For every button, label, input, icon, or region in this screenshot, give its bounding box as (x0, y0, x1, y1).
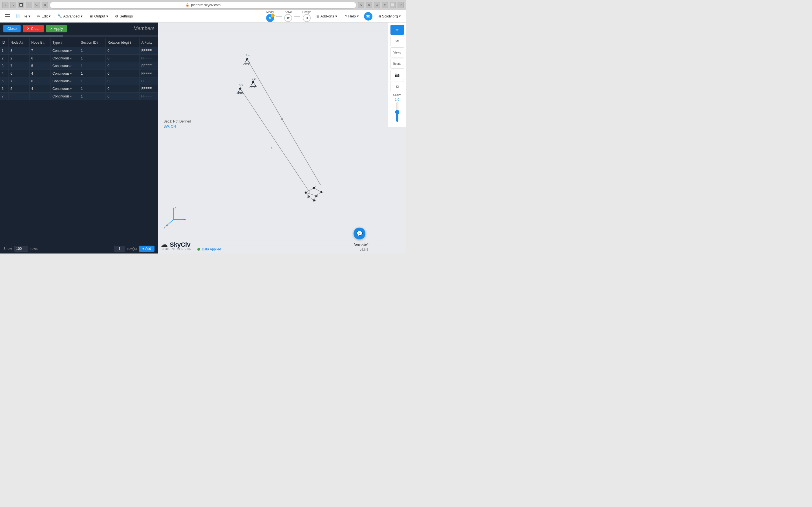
cell-rotation[interactable] (106, 77, 140, 85)
settings-icon[interactable]: ⚙ (366, 2, 372, 8)
tab-solve[interactable]: Solve ⟳ (282, 10, 294, 22)
output-menu[interactable]: 🖥 Output ▾ (86, 12, 112, 20)
scale-slider[interactable] (395, 102, 400, 122)
rows-input[interactable] (14, 246, 28, 251)
cell-sectionId[interactable] (79, 93, 105, 100)
type-info-icon[interactable]: ℹ (61, 41, 62, 44)
cell-type[interactable]: Continuous ▾ (51, 85, 79, 93)
shield-icon[interactable]: 🛡 (34, 2, 40, 8)
page-input[interactable] (114, 246, 125, 251)
add-button[interactable]: + Add (139, 245, 154, 252)
settings-menu[interactable]: ⚙ Settings (112, 12, 136, 20)
camera-button[interactable]: 📷 (390, 70, 404, 80)
layers-button[interactable]: ⧉ (390, 81, 404, 91)
table-row[interactable]: 5 Continuous ▾ FFFFF (0, 77, 158, 85)
cell-type[interactable]: Continuous ▾ (51, 93, 79, 100)
design-tab-icon[interactable]: D (303, 14, 311, 22)
cell-nodeB[interactable] (29, 70, 50, 77)
nodeB-info-icon[interactable]: ℹ (43, 41, 45, 44)
cell-rotation[interactable] (106, 85, 140, 93)
addons-chevron: ▾ (335, 14, 337, 18)
cell-nodeB[interactable] (29, 85, 50, 93)
nodeA-info-icon[interactable]: ℹ (22, 41, 23, 44)
extend-icon[interactable]: ⤢ (398, 2, 404, 8)
back-button[interactable]: ‹ (2, 2, 8, 8)
menu-bar: 📄 File ▾ ✏ Edit ▾ 🔧 Advanced ▾ 🖥 Output … (0, 10, 406, 22)
cell-type[interactable]: Continuous ▾ (51, 70, 79, 77)
cell-nodeB[interactable] (29, 55, 50, 62)
cell-nodeA[interactable] (9, 47, 30, 55)
cell-rotation[interactable] (106, 70, 140, 77)
help-menu[interactable]: ? Help ▾ (342, 13, 362, 19)
table-row[interactable]: 4 Continuous ▾ FFFFF (0, 70, 158, 77)
rotation-info-icon[interactable]: ℹ (130, 41, 131, 44)
advanced-menu[interactable]: 🔧 Advanced ▾ (54, 12, 86, 20)
cell-rotation[interactable] (106, 47, 140, 55)
fullscreen-icon[interactable]: ⬜ (390, 2, 396, 8)
apply-button[interactable]: ✓ Apply (46, 25, 67, 33)
scale-label: Scale: (393, 94, 401, 97)
rotate-button[interactable]: Rotate (390, 59, 404, 69)
new-file-label: New File* (354, 242, 368, 246)
table-row[interactable]: 7 Continuous ▾ FFFFF (0, 93, 158, 100)
members-table-container[interactable]: ID Node A ℹ Node B ℹ Type ℹ Section ID ℹ… (0, 38, 158, 244)
cell-type[interactable]: Continuous ▾ (51, 77, 79, 85)
table-row[interactable]: 2 Continuous ▾ FFFFF (0, 55, 158, 62)
cell-nodeA[interactable] (9, 77, 30, 85)
addons-menu[interactable]: ⊞ Add-ons ▾ (313, 13, 340, 19)
table-row[interactable]: 1 Continuous ▾ FFFFF (0, 47, 158, 55)
forward-button[interactable]: › (10, 2, 16, 8)
cell-nodeA[interactable] (9, 62, 30, 70)
solve-tab-icon[interactable]: ⟳ (284, 14, 292, 22)
table-row[interactable]: 3 Continuous ▾ FFFFF (0, 62, 158, 70)
model-tab-icon[interactable]: M ! (266, 14, 274, 22)
eye-button[interactable]: 👁 (390, 36, 404, 46)
tab-button[interactable]: 🔲 (18, 2, 24, 8)
cell-nodeB[interactable] (29, 77, 50, 85)
close-button[interactable]: Close (3, 25, 20, 33)
browser-chrome: ‹ › 🔲 ℹ 🛡 ⊘ 🔒 platform.skyciv.com ↻ ⚙ ⬇ … (0, 0, 406, 10)
cell-sectionId[interactable] (79, 70, 105, 77)
cell-nodeA[interactable] (9, 55, 30, 62)
cell-sectionId[interactable] (79, 77, 105, 85)
edit-mode-button[interactable]: ✏ (390, 25, 404, 35)
cell-rotation[interactable] (106, 93, 140, 100)
share-icon[interactable]: ⬆ (382, 2, 388, 8)
cell-type[interactable]: Continuous ▾ (51, 55, 79, 62)
horizontal-scrollbar[interactable] (0, 35, 158, 37)
download-icon[interactable]: ⬇ (374, 2, 380, 8)
tab-design[interactable]: Design D (300, 10, 313, 22)
chat-button[interactable]: 💬 (354, 228, 365, 239)
cell-type[interactable]: Continuous ▾ (51, 62, 79, 70)
sectionId-info-icon[interactable]: ℹ (97, 41, 98, 44)
user-chevron: ▾ (399, 14, 401, 18)
cell-rotation[interactable] (106, 62, 140, 70)
skyciv-logo: ☁ SkyCiv STUDENT VERSION (161, 241, 192, 251)
edit-menu[interactable]: ✏ Edit ▾ (34, 12, 54, 20)
cell-sectionId[interactable] (79, 47, 105, 55)
views-button[interactable]: Views (390, 47, 404, 57)
cell-sectionId[interactable] (79, 55, 105, 62)
cell-type[interactable]: Continuous ▾ (51, 47, 79, 55)
tab-model[interactable]: Model M ! (264, 10, 276, 22)
cell-nodeA[interactable] (9, 93, 30, 100)
cell-rotation[interactable] (106, 55, 140, 62)
cell-nodeB[interactable] (29, 47, 50, 55)
cell-nodeB[interactable] (29, 93, 50, 100)
viewport[interactable]: S 1 1 S 2 (158, 22, 406, 253)
file-menu[interactable]: 📄 File ▾ (12, 12, 34, 20)
hamburger-button[interactable] (2, 11, 12, 21)
cell-nodeB[interactable] (29, 62, 50, 70)
user-avatar[interactable]: SB (364, 12, 372, 20)
user-menu[interactable]: Hi Scioly.org ▾ (375, 13, 404, 19)
reload-button[interactable]: ↻ (358, 2, 364, 8)
cell-nodeA[interactable] (9, 85, 30, 93)
info-icon[interactable]: ℹ (26, 2, 32, 8)
block-icon[interactable]: ⊘ (42, 2, 48, 8)
clear-button[interactable]: ✕ Clear (23, 25, 44, 33)
cell-sectionId[interactable] (79, 85, 105, 93)
cell-nodeA[interactable] (9, 70, 30, 77)
cell-sectionId[interactable] (79, 62, 105, 70)
address-bar[interactable]: 🔒 platform.skyciv.com (50, 2, 356, 8)
table-row[interactable]: 6 Continuous ▾ FFFFF (0, 85, 158, 93)
